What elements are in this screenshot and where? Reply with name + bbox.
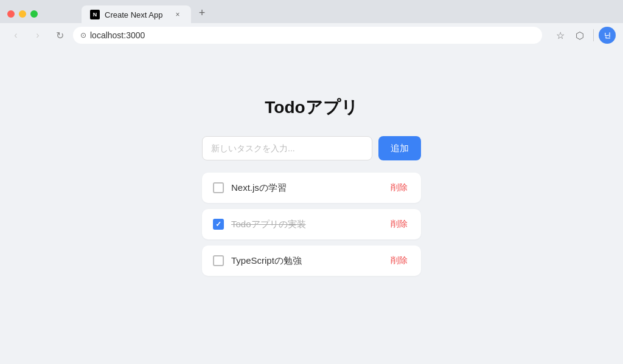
todo-checkbox-2[interactable] [213, 219, 224, 230]
title-bar: N Create Next App × + [0, 0, 623, 23]
add-task-button[interactable]: 追加 [378, 136, 421, 160]
page-content: Todoアプリ 追加 Next.jsの学習 削除 Todoアプリの実装 削除 T… [0, 47, 623, 364]
delete-button-3[interactable]: 削除 [388, 254, 410, 267]
tab-bar: N Create Next App × + [45, 4, 211, 24]
todo-item: Todoアプリの実装 削除 [202, 209, 421, 239]
todo-item: TypeScriptの勉強 削除 [202, 246, 421, 276]
new-tab-button[interactable]: + [193, 4, 211, 21]
todo-checkbox-3[interactable] [213, 255, 224, 266]
refresh-icon: ↻ [56, 30, 64, 41]
app-title: Todoアプリ [265, 96, 358, 119]
profile-button[interactable]: 닌 [599, 27, 616, 44]
active-tab[interactable]: N Create Next App × [82, 5, 191, 24]
bookmark-button[interactable]: ☆ [552, 27, 569, 44]
forward-button[interactable]: › [29, 27, 46, 44]
todo-list: Next.jsの学習 削除 Todoアプリの実装 削除 TypeScriptの勉… [202, 173, 421, 276]
extensions-icon: ⬡ [576, 30, 584, 41]
extensions-button[interactable]: ⬡ [571, 27, 588, 44]
delete-button-2[interactable]: 削除 [388, 218, 410, 231]
tab-favicon: N [90, 10, 100, 19]
todo-label-1: Next.jsの学習 [231, 182, 381, 194]
tab-close-button[interactable]: × [173, 10, 183, 19]
input-row: 追加 [202, 136, 421, 160]
maximize-button[interactable] [30, 10, 38, 18]
divider [593, 29, 594, 41]
lock-icon: ⊙ [80, 31, 86, 39]
todo-item: Next.jsの学習 削除 [202, 173, 421, 203]
todo-checkbox-1[interactable] [213, 182, 224, 193]
close-button[interactable] [7, 10, 15, 18]
todo-label-2: Todoアプリの実装 [231, 219, 381, 230]
star-icon: ☆ [556, 30, 565, 41]
forward-icon: › [36, 30, 39, 41]
back-button[interactable]: ‹ [7, 27, 24, 44]
browser-chrome: N Create Next App × + ‹ › ↻ ⊙ localhost:… [0, 0, 623, 47]
back-icon: ‹ [14, 30, 17, 41]
delete-button-1[interactable]: 削除 [388, 181, 410, 194]
refresh-button[interactable]: ↻ [51, 27, 68, 44]
toolbar-icons: ☆ ⬡ 닌 [552, 27, 616, 44]
url-text: localhost:3000 [90, 30, 145, 40]
address-bar: ‹ › ↻ ⊙ localhost:3000 ☆ ⬡ 닌 [0, 23, 623, 47]
tab-title: Create Next App [105, 10, 168, 19]
todo-label-3: TypeScriptの勉強 [231, 255, 381, 267]
url-box[interactable]: ⊙ localhost:3000 [73, 27, 542, 44]
minimize-button[interactable] [19, 10, 26, 18]
task-input[interactable] [202, 136, 372, 160]
window-controls [7, 10, 38, 18]
